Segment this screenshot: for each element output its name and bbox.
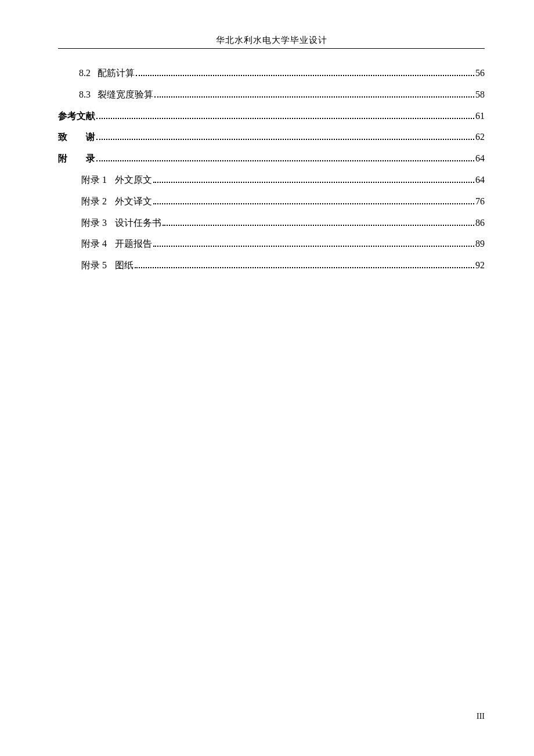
toc-entry-label: 附录 3设计任务书 bbox=[81, 213, 161, 234]
document-page: 华北水利水电大学毕业设计 8.2配筋计算 56 8.3裂缝宽度验算 58 参考文… bbox=[0, 0, 534, 756]
toc-entry: 附录 5图纸 92 bbox=[58, 255, 485, 276]
toc-entry-page: 92 bbox=[475, 255, 485, 276]
toc-entry: 8.3裂缝宽度验算 58 bbox=[58, 84, 485, 106]
toc-entry-label: 附录 5图纸 bbox=[81, 255, 134, 276]
toc-entry: 致 谢 62 bbox=[58, 127, 485, 148]
toc-leader-dots bbox=[163, 217, 474, 226]
toc-leader-dots bbox=[135, 259, 474, 268]
toc-leader-dots bbox=[153, 195, 474, 204]
toc-entry: 附录 2外文译文 76 bbox=[58, 191, 485, 213]
toc-entry-title: 外文原文 bbox=[115, 175, 152, 185]
toc-entry-title: 开题报告 bbox=[115, 239, 152, 249]
toc-leader-dots bbox=[96, 152, 474, 161]
toc-entry-page: 56 bbox=[475, 63, 485, 84]
toc-leader-dots bbox=[96, 131, 474, 140]
toc-entry-page: 64 bbox=[475, 170, 485, 191]
toc-entry-title: 设计任务书 bbox=[115, 218, 161, 228]
toc-entry-page: 76 bbox=[475, 191, 485, 213]
toc-entry-label: 附录 2外文译文 bbox=[81, 191, 152, 213]
header-divider bbox=[58, 48, 485, 49]
toc-entry-page: 89 bbox=[475, 233, 485, 255]
toc-entry: 附录 4开题报告 89 bbox=[58, 233, 485, 255]
toc-entry-title: 裂缝宽度验算 bbox=[98, 89, 153, 99]
page-header-title: 华北水利水电大学毕业设计 bbox=[58, 35, 485, 46]
toc-entry-label: 附录 4开题报告 bbox=[81, 233, 152, 255]
table-of-contents: 8.2配筋计算 56 8.3裂缝宽度验算 58 参考文献 61 致 谢 62 附… bbox=[58, 63, 485, 276]
toc-entry-prefix: 8.3 bbox=[79, 84, 91, 106]
toc-entry: 附录 1外文原文 64 bbox=[58, 170, 485, 191]
toc-entry-title: 配筋计算 bbox=[98, 68, 135, 78]
toc-entry-page: 58 bbox=[475, 84, 485, 106]
toc-entry-label: 附录 1外文原文 bbox=[81, 170, 152, 191]
toc-entry: 参考文献 61 bbox=[58, 106, 485, 127]
toc-leader-dots bbox=[136, 67, 474, 76]
toc-entry-prefix: 附录 2 bbox=[81, 191, 107, 213]
toc-entry: 附 录 64 bbox=[58, 148, 485, 170]
toc-entry-prefix: 8.2 bbox=[79, 63, 91, 84]
toc-entry-page: 62 bbox=[475, 127, 485, 148]
toc-entry: 8.2配筋计算 56 bbox=[58, 63, 485, 84]
toc-entry-prefix: 附录 5 bbox=[81, 255, 107, 276]
toc-entry: 附录 3设计任务书 86 bbox=[58, 213, 485, 234]
toc-entry-page: 64 bbox=[475, 148, 485, 170]
toc-entry-page: 61 bbox=[475, 106, 485, 127]
toc-entry-title: 图纸 bbox=[115, 260, 134, 270]
toc-entry-label: 附 录 bbox=[58, 148, 95, 170]
toc-leader-dots bbox=[154, 88, 474, 98]
toc-entry-page: 86 bbox=[475, 213, 485, 234]
toc-leader-dots bbox=[153, 237, 474, 247]
toc-entry-label: 致 谢 bbox=[58, 127, 95, 148]
page-number: III bbox=[477, 712, 485, 721]
toc-entry-prefix: 附录 3 bbox=[81, 213, 107, 234]
toc-entry-label: 参考文献 bbox=[58, 106, 95, 127]
toc-leader-dots bbox=[96, 110, 474, 119]
toc-entry-prefix: 附录 4 bbox=[81, 233, 107, 255]
toc-entry-label: 8.3裂缝宽度验算 bbox=[79, 84, 153, 106]
toc-entry-prefix: 附录 1 bbox=[81, 170, 107, 191]
toc-leader-dots bbox=[153, 174, 474, 183]
toc-entry-title: 外文译文 bbox=[115, 196, 152, 206]
toc-entry-label: 8.2配筋计算 bbox=[79, 63, 135, 84]
